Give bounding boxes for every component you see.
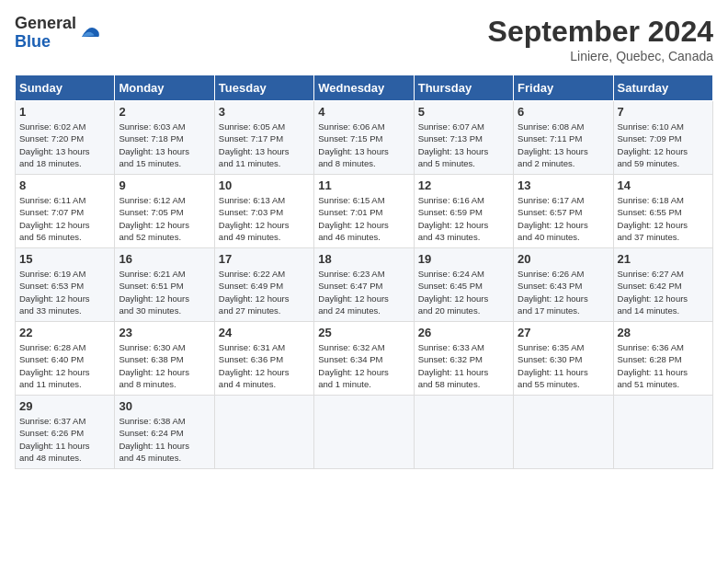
col-tuesday: Tuesday <box>214 75 313 101</box>
day-info: Sunrise: 6:38 AM Sunset: 6:24 PM Dayligh… <box>119 415 210 464</box>
day-info: Sunrise: 6:23 AM Sunset: 6:47 PM Dayligh… <box>318 268 409 316</box>
calendar-week-1: 1Sunrise: 6:02 AM Sunset: 7:20 PM Daylig… <box>16 101 713 175</box>
day-number: 8 <box>19 178 110 192</box>
calendar-cell: 22Sunrise: 6:28 AM Sunset: 6:40 PM Dayli… <box>16 322 115 396</box>
day-info: Sunrise: 6:26 AM Sunset: 6:43 PM Dayligh… <box>518 268 609 316</box>
day-info: Sunrise: 6:33 AM Sunset: 6:32 PM Dayligh… <box>418 341 509 390</box>
day-number: 1 <box>19 105 110 119</box>
logo-general: General <box>15 15 76 33</box>
calendar-cell: 21Sunrise: 6:27 AM Sunset: 6:42 PM Dayli… <box>613 248 712 322</box>
day-info: Sunrise: 6:16 AM Sunset: 6:59 PM Dayligh… <box>418 194 509 243</box>
calendar-week-4: 22Sunrise: 6:28 AM Sunset: 6:40 PM Dayli… <box>16 322 713 396</box>
calendar-cell: 18Sunrise: 6:23 AM Sunset: 6:47 PM Dayli… <box>314 248 414 322</box>
calendar-cell: 25Sunrise: 6:32 AM Sunset: 6:34 PM Dayli… <box>314 322 414 396</box>
day-info: Sunrise: 6:22 AM Sunset: 6:49 PM Dayligh… <box>219 268 310 316</box>
day-info: Sunrise: 6:05 AM Sunset: 7:17 PM Dayligh… <box>219 121 310 169</box>
calendar-cell: 28Sunrise: 6:36 AM Sunset: 6:28 PM Dayli… <box>613 322 712 396</box>
day-info: Sunrise: 6:02 AM Sunset: 7:20 PM Dayligh… <box>19 121 110 169</box>
day-number: 30 <box>119 399 210 413</box>
day-number: 11 <box>318 178 409 192</box>
calendar-cell: 2Sunrise: 6:03 AM Sunset: 7:18 PM Daylig… <box>115 101 214 175</box>
calendar-cell: 12Sunrise: 6:16 AM Sunset: 6:59 PM Dayli… <box>414 175 513 248</box>
col-monday: Monday <box>115 75 214 101</box>
calendar-cell: 17Sunrise: 6:22 AM Sunset: 6:49 PM Dayli… <box>214 248 313 322</box>
day-info: Sunrise: 6:07 AM Sunset: 7:13 PM Dayligh… <box>418 121 509 169</box>
col-wednesday: Wednesday <box>314 75 414 101</box>
logo-text: General Blue <box>15 15 76 52</box>
day-number: 17 <box>219 252 310 266</box>
day-info: Sunrise: 6:30 AM Sunset: 6:38 PM Dayligh… <box>119 341 210 390</box>
day-number: 29 <box>19 399 110 413</box>
calendar-cell: 4Sunrise: 6:06 AM Sunset: 7:15 PM Daylig… <box>314 101 414 175</box>
calendar-header: Sunday Monday Tuesday Wednesday Thursday… <box>16 75 713 101</box>
col-friday: Friday <box>514 75 613 101</box>
col-sunday: Sunday <box>16 75 115 101</box>
day-info: Sunrise: 6:10 AM Sunset: 7:09 PM Dayligh… <box>618 121 709 169</box>
day-info: Sunrise: 6:03 AM Sunset: 7:18 PM Dayligh… <box>119 121 210 169</box>
day-info: Sunrise: 6:31 AM Sunset: 6:36 PM Dayligh… <box>219 341 310 390</box>
calendar-cell: 14Sunrise: 6:18 AM Sunset: 6:55 PM Dayli… <box>613 175 712 248</box>
col-thursday: Thursday <box>414 75 513 101</box>
calendar-week-5: 29Sunrise: 6:37 AM Sunset: 6:26 PM Dayli… <box>16 396 713 469</box>
day-info: Sunrise: 6:24 AM Sunset: 6:45 PM Dayligh… <box>418 268 509 316</box>
day-number: 14 <box>618 178 709 192</box>
day-number: 26 <box>418 326 509 339</box>
day-info: Sunrise: 6:17 AM Sunset: 6:57 PM Dayligh… <box>518 194 609 243</box>
header-row: Sunday Monday Tuesday Wednesday Thursday… <box>16 75 713 101</box>
day-info: Sunrise: 6:27 AM Sunset: 6:42 PM Dayligh… <box>618 268 709 316</box>
calendar-cell <box>613 396 712 469</box>
day-number: 28 <box>618 326 709 339</box>
day-number: 19 <box>418 252 509 266</box>
calendar-cell: 27Sunrise: 6:35 AM Sunset: 6:30 PM Dayli… <box>514 322 613 396</box>
calendar-cell <box>214 396 313 469</box>
calendar-cell: 29Sunrise: 6:37 AM Sunset: 6:26 PM Dayli… <box>16 396 115 469</box>
calendar-cell: 6Sunrise: 6:08 AM Sunset: 7:11 PM Daylig… <box>514 101 613 175</box>
logo-blue: Blue <box>15 33 76 52</box>
calendar-cell: 19Sunrise: 6:24 AM Sunset: 6:45 PM Dayli… <box>414 248 513 322</box>
day-info: Sunrise: 6:28 AM Sunset: 6:40 PM Dayligh… <box>19 341 110 390</box>
calendar-cell: 24Sunrise: 6:31 AM Sunset: 6:36 PM Dayli… <box>214 322 313 396</box>
calendar-cell: 5Sunrise: 6:07 AM Sunset: 7:13 PM Daylig… <box>414 101 513 175</box>
day-info: Sunrise: 6:18 AM Sunset: 6:55 PM Dayligh… <box>618 194 709 243</box>
day-info: Sunrise: 6:15 AM Sunset: 7:01 PM Dayligh… <box>318 194 409 243</box>
calendar-cell: 10Sunrise: 6:13 AM Sunset: 7:03 PM Dayli… <box>214 175 313 248</box>
day-number: 22 <box>19 326 110 339</box>
day-number: 21 <box>618 252 709 266</box>
day-number: 6 <box>518 105 609 119</box>
calendar-cell <box>414 396 513 469</box>
day-number: 27 <box>518 326 609 339</box>
day-number: 4 <box>318 105 409 119</box>
calendar-week-2: 8Sunrise: 6:11 AM Sunset: 7:07 PM Daylig… <box>16 175 713 248</box>
calendar-cell: 20Sunrise: 6:26 AM Sunset: 6:43 PM Dayli… <box>514 248 613 322</box>
day-number: 12 <box>418 178 509 192</box>
day-info: Sunrise: 6:36 AM Sunset: 6:28 PM Dayligh… <box>618 341 709 390</box>
day-info: Sunrise: 6:21 AM Sunset: 6:51 PM Dayligh… <box>119 268 210 316</box>
day-info: Sunrise: 6:12 AM Sunset: 7:05 PM Dayligh… <box>119 194 210 243</box>
day-number: 7 <box>618 105 709 119</box>
day-info: Sunrise: 6:32 AM Sunset: 6:34 PM Dayligh… <box>318 341 409 390</box>
calendar-cell: 1Sunrise: 6:02 AM Sunset: 7:20 PM Daylig… <box>16 101 115 175</box>
day-number: 10 <box>219 178 310 192</box>
day-number: 2 <box>119 105 210 119</box>
day-number: 24 <box>219 326 310 339</box>
day-info: Sunrise: 6:35 AM Sunset: 6:30 PM Dayligh… <box>518 341 609 390</box>
logo-icon <box>78 22 100 44</box>
day-number: 9 <box>119 178 210 192</box>
day-number: 3 <box>219 105 310 119</box>
calendar-cell: 8Sunrise: 6:11 AM Sunset: 7:07 PM Daylig… <box>16 175 115 248</box>
calendar-cell: 9Sunrise: 6:12 AM Sunset: 7:05 PM Daylig… <box>115 175 214 248</box>
day-number: 15 <box>19 252 110 266</box>
month-title: September 2024 <box>488 15 713 49</box>
day-number: 18 <box>318 252 409 266</box>
day-number: 13 <box>518 178 609 192</box>
calendar-cell <box>514 396 613 469</box>
calendar-week-3: 15Sunrise: 6:19 AM Sunset: 6:53 PM Dayli… <box>16 248 713 322</box>
calendar-cell: 16Sunrise: 6:21 AM Sunset: 6:51 PM Dayli… <box>115 248 214 322</box>
calendar-body: 1Sunrise: 6:02 AM Sunset: 7:20 PM Daylig… <box>16 101 713 469</box>
calendar-table: Sunday Monday Tuesday Wednesday Thursday… <box>15 75 713 469</box>
day-number: 25 <box>318 326 409 339</box>
location-subtitle: Liniere, Quebec, Canada <box>488 49 713 63</box>
calendar-cell <box>314 396 414 469</box>
page-header: General Blue September 2024 Liniere, Que… <box>15 15 713 63</box>
day-info: Sunrise: 6:11 AM Sunset: 7:07 PM Dayligh… <box>19 194 110 243</box>
